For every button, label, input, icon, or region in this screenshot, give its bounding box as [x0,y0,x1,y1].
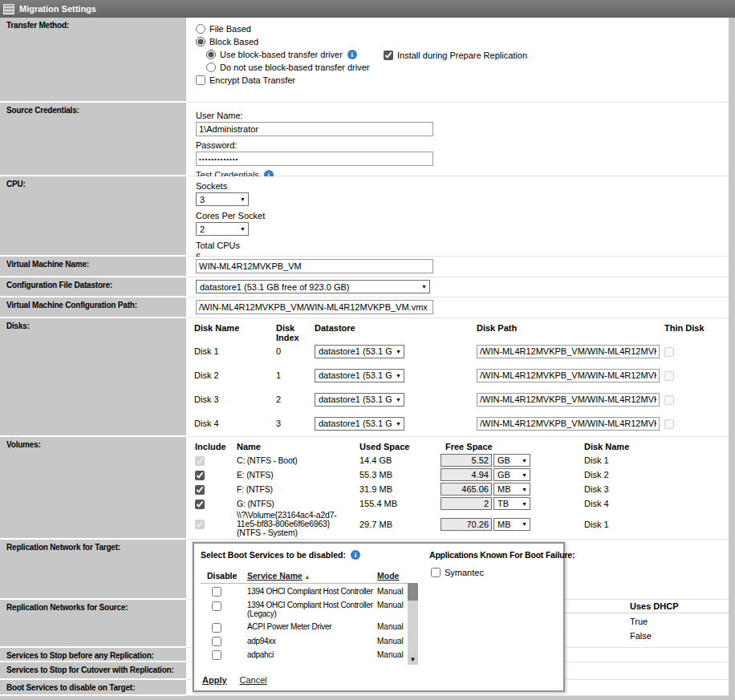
service-disable-checkbox[interactable] [212,637,221,646]
volume-include-checkbox[interactable] [195,520,205,529]
disks-header-index: Disk Index [276,323,315,342]
volumes-header-free: Free Space [445,442,584,451]
free-space-unit-select[interactable]: MB▼ [493,518,530,531]
disk-name: Disk 3 [194,395,276,404]
sockets-select[interactable]: 3 ▼ [196,192,249,206]
free-space-input[interactable] [441,497,492,510]
no-bbt-driver-radio[interactable] [206,63,216,72]
encrypt-checkbox[interactable] [196,75,205,85]
label-volumes: Volumes: [0,437,186,540]
cancel-link[interactable]: Cancel [240,675,267,685]
service-disable-checkbox[interactable] [212,601,221,611]
cores-select[interactable]: 2 ▼ [196,222,249,236]
thin-disk-checkbox[interactable] [664,395,674,405]
free-space-unit-select[interactable]: MB▼ [493,483,530,496]
free-space-unit-select[interactable]: GB▼ [493,454,530,467]
mode-sort-link[interactable]: Mode [377,571,416,581]
volume-include-checkbox[interactable] [195,485,205,495]
disk-datastore-select[interactable]: datastore1 (53.1 GB▼ [315,369,404,382]
scroll-down-button[interactable]: ▼ [408,654,418,665]
apps-known-header: Applications Known For Boot Failure: [429,550,575,560]
block-based-radio[interactable] [196,37,205,47]
bbt-info-icon[interactable]: i [347,50,357,59]
free-space-input[interactable] [441,468,492,481]
service-mode: Manual [377,622,411,631]
page-title: Migration Settings [19,4,96,14]
disk-row: Disk 4 3 datastore1 (53.1 GB▼ [194,411,729,435]
chevron-down-icon: ▼ [396,349,401,354]
password-input[interactable] [196,152,433,166]
config-datastore-select[interactable]: datastore1 (53.1 GB free of 923.0 GB) ▼ [196,280,430,293]
sort-asc-icon: ▲ [304,573,311,581]
disk-path-input[interactable] [477,369,660,382]
disk-datastore-select[interactable]: datastore1 (53.1 GB▼ [315,345,404,358]
use-bbt-driver-radio[interactable] [206,50,216,59]
disk-index: 0 [276,346,315,356]
volume-include-checkbox[interactable] [195,471,205,480]
service-disable-checkbox[interactable] [212,623,221,633]
volume-row: F: (NTFS) 31.9 MB MB▼ Disk 3 [195,482,729,496]
apply-link[interactable]: Apply [202,675,227,685]
config-path-input[interactable] [196,300,433,314]
disk-name: Disk 4 [194,419,276,428]
volume-name: E: (NTFS) [237,471,359,479]
free-space-input[interactable] [441,483,492,496]
services-scrollbar[interactable]: ▼ [408,583,418,665]
free-space-unit-value: MB [497,520,518,529]
row-config-path: Virtual Machine Configuration Path: [0,297,729,318]
label-services-cutover: Services to Stop for Cutover with Replic… [0,662,186,680]
service-name-sort-link[interactable]: Service Name [247,571,303,581]
chevron-down-icon: ▼ [396,397,401,403]
boot-services-popup: Select Boot Services to be disabled: i A… [193,542,565,692]
disk-path-input[interactable] [477,417,660,431]
username-input[interactable] [196,122,433,136]
total-cpus-label: Total CPUs [196,241,729,250]
uses-dhcp-value: False [630,631,652,641]
symantec-checkbox[interactable] [431,568,441,577]
file-based-radio[interactable] [196,24,205,34]
label-config-path: Virtual Machine Configuration Path: [0,297,186,318]
free-space-unit-select[interactable]: GB▼ [493,468,530,481]
install-prepare-label: Install during Prepare Replication [397,51,527,60]
service-disable-checkbox[interactable] [212,650,221,660]
disk-path-input[interactable] [477,393,660,407]
no-bbt-driver-label: Do not use block-based transfer driver [220,63,369,72]
sockets-value: 3 [200,195,236,204]
service-disable-checkbox[interactable] [212,587,221,597]
thin-disk-checkbox[interactable] [664,419,674,429]
volume-used-space: 14.4 GB [359,455,445,465]
row-volumes: Volumes: Include Name Used Space Free Sp… [0,437,729,540]
disk-datastore-select[interactable]: datastore1 (53.1 GB▼ [315,417,404,431]
disk-datastore-value: datastore1 (53.1 GB [319,419,392,428]
disk-name: Disk 2 [194,370,276,380]
install-prepare-checkbox[interactable] [384,51,393,60]
file-based-label: File Based [209,24,251,34]
disk-datastore-value: datastore1 (53.1 GB [319,346,392,356]
thin-disk-checkbox[interactable] [664,371,674,381]
username-label: User Name: [196,111,729,120]
disk-row: Disk 1 0 datastore1 (53.1 GB▼ [194,339,729,363]
volumes-header-name: Name [237,442,359,451]
service-row: adp94xx Manual [207,635,411,649]
volume-row: \\?\Volume{23164ac4-a2d7-11e5-bf83-806e6… [195,511,729,537]
label-replication-target: Replication Network for Target: [0,540,186,600]
volumes-header-include: Include [195,442,237,451]
volume-disk-name: Disk 1 [584,520,721,529]
thin-disk-checkbox[interactable] [664,347,674,357]
vm-name-input[interactable] [196,259,433,273]
scrollbar-thumb[interactable] [408,583,418,601]
free-space-input[interactable] [441,454,492,467]
volume-include-checkbox[interactable] [195,500,205,509]
popup-info-icon[interactable]: i [351,550,360,560]
label-source-credentials: Source Credentials: [0,103,186,176]
free-space-input[interactable] [441,518,492,531]
disk-datastore-select[interactable]: datastore1 (53.1 GB▼ [315,393,404,407]
row-vm-name: Virtual Machine Name: [0,257,729,277]
volume-row: C: (NTFS - Boot) 14.4 GB GB▼ Disk 1 [195,453,729,467]
row-cpu: CPU: Sockets 3 ▼ Cores Per Socket 2 ▼ To… [0,176,729,257]
disk-path-input[interactable] [477,345,660,358]
label-disks: Disks: [0,318,186,437]
volume-disk-name: Disk 2 [584,470,721,479]
free-space-unit-select[interactable]: TB▼ [493,497,530,510]
volume-include-checkbox[interactable] [195,456,205,466]
